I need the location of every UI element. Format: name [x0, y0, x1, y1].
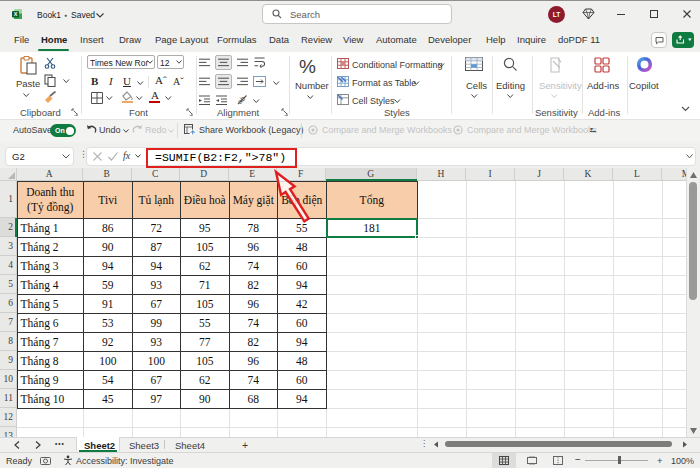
svg-text:X: X: [14, 11, 18, 17]
